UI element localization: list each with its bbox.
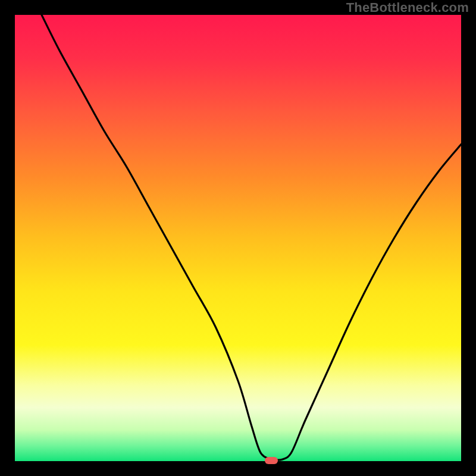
attribution-text: TheBottleneck.com — [346, 0, 469, 15]
bottleneck-chart — [15, 15, 461, 461]
outer-frame: TheBottleneck.com — [0, 0, 476, 476]
optimal-point-marker — [265, 457, 278, 464]
